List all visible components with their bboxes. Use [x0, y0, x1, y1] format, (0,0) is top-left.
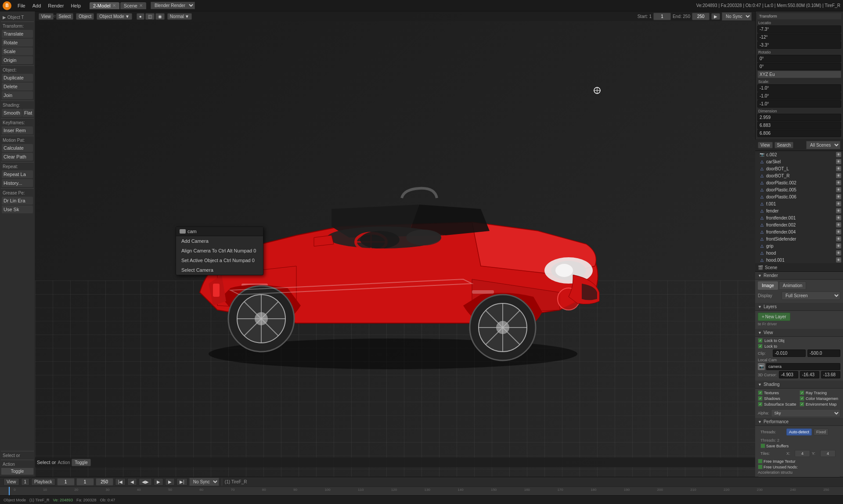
eye-icon-10[interactable]: 👁 [836, 215, 841, 220]
toggle-btn[interactable]: Toggle [1, 468, 34, 475]
timeline-view-btn[interactable]: View [4, 478, 19, 486]
eye-icon-6[interactable]: 👁 [836, 187, 841, 192]
clip-start-input[interactable] [773, 349, 806, 357]
display-dropdown[interactable]: Full Screen [782, 292, 840, 300]
scale-x-input[interactable] [757, 84, 841, 92]
outliner-item-c002[interactable]: 📷 c.002 👁 [755, 151, 843, 158]
color-mgmt-cb[interactable]: ✓ [800, 396, 804, 401]
view-lock-cursor-cb[interactable]: ✓ [758, 344, 763, 349]
normal-dropdown[interactable]: Normal ▼ [167, 13, 192, 20]
rot-x-input[interactable] [757, 55, 841, 62]
toggle-action-btn[interactable]: Toggle [72, 459, 90, 466]
frame-end-input[interactable] [692, 13, 710, 20]
tile-x-input[interactable] [795, 450, 810, 457]
outliner-item-grip[interactable]: △ grip 👁 [755, 242, 843, 249]
shading-section-toggle[interactable]: ▼ Shading [755, 381, 843, 389]
auto-detect-btn[interactable]: Auto-detect [786, 428, 812, 436]
env-map-cb[interactable]: ✓ [800, 402, 804, 407]
dim-z-input[interactable] [757, 130, 841, 137]
play-forward-btn[interactable]: ▶ [154, 478, 163, 486]
frame-current-tl-input[interactable] [76, 478, 94, 486]
xyz-euler-field[interactable]: XYZ Eu [757, 71, 841, 78]
menu-render[interactable]: Render [45, 2, 66, 9]
outliner-item-hood001[interactable]: △ hood.001 👁 [755, 256, 843, 263]
wire-shading-btn[interactable]: ◫ [145, 13, 155, 20]
translate-btn[interactable]: Translate [2, 30, 33, 38]
eye-icon-11[interactable]: 👁 [836, 222, 841, 227]
outliner-search-btn[interactable]: Search [775, 142, 794, 148]
eye-icon-4[interactable]: 👁 [836, 173, 841, 178]
shadows-cb[interactable]: ✓ [758, 396, 763, 401]
rotate-btn[interactable]: Rotate [2, 39, 33, 47]
sync-select[interactable]: No Sync [722, 12, 752, 21]
outliner-item-carskel[interactable]: △ carSkel 👁 [755, 158, 843, 165]
subsurf-cb[interactable]: ✓ [758, 402, 763, 407]
outliner-item-fender[interactable]: △ fender 👁 [755, 207, 843, 214]
view-lock-cam-cb[interactable]: ✓ [758, 338, 763, 343]
eye-icon-5[interactable]: 👁 [836, 180, 841, 185]
outliner-view-btn[interactable]: View [758, 142, 773, 148]
repeat-last-btn[interactable]: Repeat La [2, 170, 33, 178]
menu-file[interactable]: File [15, 2, 28, 9]
set-active-object-item[interactable]: Set Active Object a Ctrl Numpad 0 [176, 256, 263, 265]
perf-section-toggle[interactable]: ▼ Performance [755, 418, 843, 426]
tab-close-scene-icon[interactable]: ✕ [139, 3, 143, 8]
vp-object-btn[interactable]: Object [76, 13, 94, 20]
eye-icon-14[interactable]: 👁 [836, 243, 841, 248]
tile-y-input[interactable] [820, 450, 836, 457]
loc-z-input[interactable] [757, 41, 841, 49]
frame-start-input[interactable] [653, 13, 671, 20]
fixed-btn[interactable]: Fixed [814, 428, 829, 436]
history-btn[interactable]: History... [2, 179, 33, 187]
save-buffers-cb[interactable] [760, 443, 765, 448]
timeline-indicator[interactable] [9, 487, 10, 495]
eye-icon-2[interactable]: 👁 [836, 159, 841, 164]
draw-line-erase-btn[interactable]: Dr Lin Era [2, 197, 33, 205]
cursor-y-input[interactable] [800, 371, 819, 378]
scale-z-input[interactable] [757, 100, 841, 108]
render-engine-select[interactable]: Blender Render [151, 2, 195, 9]
insert-rem-btn[interactable]: Inser Rem [2, 126, 33, 134]
scale-y-input[interactable] [757, 92, 841, 100]
select-camera-item[interactable]: Select Camera [176, 265, 263, 275]
duplicate-btn[interactable]: Duplicate [2, 74, 33, 82]
jump-end-btn[interactable]: ▶| [177, 478, 187, 486]
smooth-btn[interactable]: Smooth [2, 109, 22, 117]
delete-btn[interactable]: Delete [2, 83, 33, 90]
eye-icon-15[interactable]: 👁 [836, 250, 841, 256]
play-reverse-btn[interactable]: ◀▶ [139, 478, 152, 486]
clip-end-input[interactable] [807, 349, 840, 357]
align-camera-item[interactable]: Align Camera To Ctrl Alt Numpad 0 [176, 246, 263, 256]
eye-icon[interactable]: 👁 [836, 152, 841, 157]
calculate-btn[interactable]: Calculate [2, 144, 33, 152]
image-tab[interactable]: Image [758, 281, 778, 290]
eye-icon-7[interactable]: 👁 [836, 194, 841, 199]
solid-shading-btn[interactable]: ● [137, 13, 144, 20]
eye-icon-13[interactable]: 👁 [836, 236, 841, 241]
outliner-item-frontfender002[interactable]: △ frontfender.002 👁 [755, 221, 843, 228]
sync-tl-select[interactable]: No Sync [189, 478, 219, 486]
render-shading-btn[interactable]: ◉ [155, 13, 165, 20]
outliner-item-doorbot-l[interactable]: △ doorBOT_L 👁 [755, 165, 843, 172]
dim-y-input[interactable] [757, 122, 841, 129]
vp-select-btn[interactable]: Select [56, 13, 74, 20]
clear-path-btn[interactable]: Clear Path [2, 153, 33, 161]
timeline-track[interactable]: 0 10 20 30 40 50 60 70 80 90 100 110 120… [0, 487, 843, 495]
dim-x-input[interactable] [757, 114, 841, 121]
menu-add[interactable]: Add [30, 2, 44, 9]
use-sk-btn[interactable]: Use Sk [2, 205, 33, 213]
layers-section-toggle[interactable]: ▼ Layers [755, 303, 843, 311]
loc-y-input[interactable] [757, 33, 841, 41]
outliner-item-frontsidefender[interactable]: △ frontSidefender 👁 [755, 235, 843, 242]
camera-name[interactable]: camera [766, 363, 840, 370]
3d-viewport[interactable]: User Persp cam Add Camera [35, 11, 755, 477]
cursor-x-input[interactable] [779, 371, 798, 378]
frame-end-tl-input[interactable] [96, 478, 113, 486]
timeline-playback-btn[interactable]: Playback [31, 478, 55, 486]
outliner-item-doorbot-r[interactable]: △ doorBOT_R 👁 [755, 172, 843, 179]
tab-scene[interactable]: Scene ✕ [120, 2, 146, 9]
add-camera-item[interactable]: Add Camera [176, 236, 263, 246]
all-scenes-select[interactable]: All Scenes [806, 141, 840, 149]
next-frame-btn[interactable]: ▶ [165, 478, 175, 486]
loc-x-input[interactable] [757, 25, 841, 33]
